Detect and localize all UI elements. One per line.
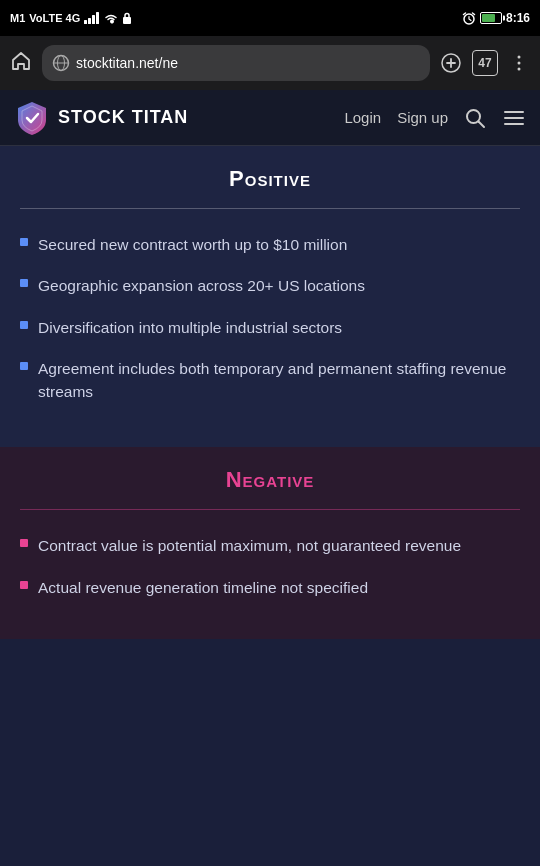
url-bar[interactable]: stocktitan.net/ne: [42, 45, 430, 81]
svg-rect-0: [84, 20, 87, 24]
plus-icon: [440, 52, 462, 74]
app-header: STOCK TITAN Login Sign up: [0, 90, 540, 146]
list-item: Diversification into multiple industrial…: [20, 316, 520, 339]
login-link[interactable]: Login: [344, 109, 381, 126]
svg-rect-4: [123, 17, 131, 24]
add-tab-button[interactable]: [440, 52, 462, 74]
positive-divider: [20, 208, 520, 209]
time-label: 8:16: [506, 11, 530, 25]
svg-rect-1: [88, 18, 91, 24]
logo-text: STOCK TITAN: [58, 107, 188, 128]
positive-section: Positive Secured new contract worth up t…: [0, 146, 540, 443]
hamburger-icon[interactable]: [502, 106, 526, 130]
svg-point-11: [518, 62, 521, 65]
bullet-text: Secured new contract worth up to $10 mil…: [38, 233, 347, 256]
list-item: Agreement includes both temporary and pe…: [20, 357, 520, 404]
search-icon[interactable]: [464, 107, 486, 129]
negative-divider: [20, 509, 520, 510]
bullet-marker: [20, 279, 28, 287]
list-item: Geographic expansion across 20+ US locat…: [20, 274, 520, 297]
battery-indicator: [480, 12, 502, 24]
carrier-label: M1: [10, 12, 25, 24]
wifi-icon: [104, 12, 118, 24]
list-item: Actual revenue generation timeline not s…: [20, 576, 520, 599]
positive-bullet-list: Secured new contract worth up to $10 mil…: [20, 233, 520, 403]
more-icon: [508, 52, 530, 74]
main-content: Positive Secured new contract worth up t…: [0, 146, 540, 639]
status-bar: M1 VoLTE 4G 8:16: [0, 0, 540, 36]
svg-rect-3: [96, 12, 99, 24]
signal-icon: [84, 12, 100, 24]
logo-container: STOCK TITAN: [14, 100, 344, 136]
bullet-text: Contract value is potential maximum, not…: [38, 534, 461, 557]
svg-rect-2: [92, 15, 95, 24]
home-icon: [10, 50, 32, 72]
bullet-marker: [20, 238, 28, 246]
list-item: Secured new contract worth up to $10 mil…: [20, 233, 520, 256]
bullet-marker: [20, 539, 28, 547]
svg-point-12: [518, 68, 521, 71]
browser-chrome: stocktitan.net/ne 47: [0, 36, 540, 90]
bullet-marker: [20, 321, 28, 329]
status-right: 8:16: [462, 11, 530, 25]
status-left: M1 VoLTE 4G: [10, 12, 132, 24]
negative-bullet-list: Contract value is potential maximum, not…: [20, 534, 520, 599]
negative-section: Negative Contract value is potential max…: [0, 447, 540, 639]
browser-home-button[interactable]: [10, 50, 32, 77]
bullet-text: Geographic expansion across 20+ US locat…: [38, 274, 365, 297]
bullet-text: Diversification into multiple industrial…: [38, 316, 342, 339]
lock-icon: [122, 12, 132, 24]
header-nav: Login Sign up: [344, 106, 526, 130]
url-security-icon: [52, 54, 70, 72]
signup-link[interactable]: Sign up: [397, 109, 448, 126]
logo-icon: [14, 100, 50, 136]
negative-title: Negative: [20, 467, 520, 493]
bullet-marker: [20, 362, 28, 370]
bullet-marker: [20, 581, 28, 589]
svg-point-10: [518, 56, 521, 59]
list-item: Contract value is potential maximum, not…: [20, 534, 520, 557]
alarm-icon: [462, 11, 476, 25]
network-label: VoLTE 4G: [29, 12, 80, 24]
bullet-text: Actual revenue generation timeline not s…: [38, 576, 368, 599]
browser-menu-button[interactable]: [508, 52, 530, 74]
bullet-text: Agreement includes both temporary and pe…: [38, 357, 520, 404]
tab-count-button[interactable]: 47: [472, 50, 498, 76]
url-text: stocktitan.net/ne: [76, 55, 420, 71]
positive-title: Positive: [20, 166, 520, 192]
